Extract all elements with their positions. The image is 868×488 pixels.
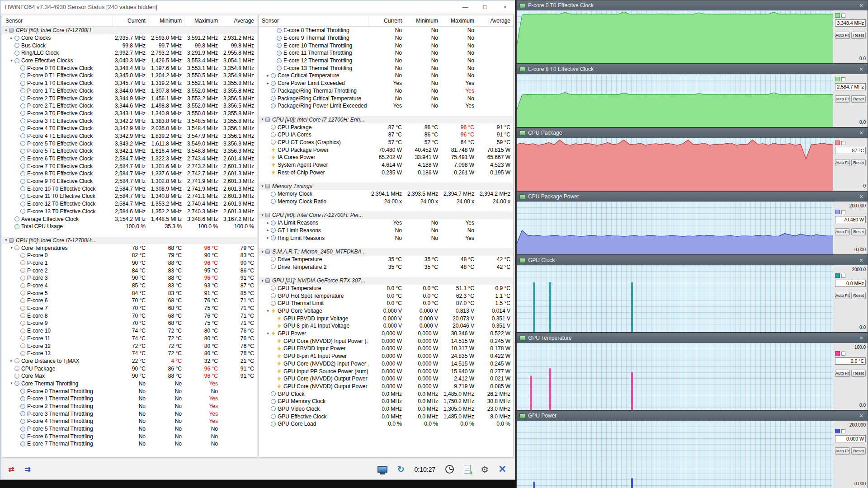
reset-button[interactable]: Reset — [851, 32, 866, 39]
sensor-row[interactable]: E-core 9 T0 Effective Clock2,584.7 MHz1,… — [2, 178, 257, 185]
expand-arrow-icon[interactable]: ▸ — [9, 36, 14, 40]
auto-fit-button[interactable]: Auto Fit — [835, 32, 850, 39]
collapse-arrow-icon[interactable]: ▾ — [3, 28, 9, 33]
titlebar[interactable]: HWiNFO64 v7.34-4930 Sensor Status [240 v… — [0, 0, 515, 14]
monitor-icon-button[interactable] — [377, 466, 387, 473]
sensor-row[interactable]: P-core 2 Thermal ThrottlingNoNoYes — [2, 403, 257, 410]
column-header-sensor[interactable]: Sensor — [259, 18, 368, 24]
sensor-row[interactable]: E-core 670 °C68 °C76 °C71 °C — [2, 297, 257, 305]
legend-checkbox[interactable] — [841, 210, 845, 214]
sensor-row[interactable]: Core Max90 °C88 °C96 °C91 °C — [2, 372, 257, 380]
sensor-row[interactable]: GPU Effective Clock0.0 MHz0.0 MHz1,485.0… — [259, 413, 513, 420]
graph-titlebar[interactable]: GPU Temperature× — [517, 333, 868, 343]
graph-titlebar[interactable]: GPU Power× — [517, 411, 868, 421]
expand-arrow-icon[interactable]: ▸ — [265, 236, 271, 240]
sensor-row[interactable]: GPU Core (NVVDD2) Input Power ...0.000 W… — [259, 360, 513, 368]
sensor-row[interactable]: CPU Package87 °C86 °C96 °C91 °C — [259, 123, 513, 131]
legend-checkbox[interactable] — [841, 274, 845, 278]
sensor-row[interactable]: P-core 190 °C88 °C96 °C90 °C — [2, 259, 257, 267]
sensor-row[interactable]: E-core 970 °C68 °C75 °C71 °C — [2, 319, 257, 327]
auto-fit-button[interactable]: Auto Fit — [835, 292, 850, 299]
sensor-section-row[interactable]: ▾CPU [#0]: Intel Core i7-12700H — [2, 27, 257, 34]
legend-color-swatch[interactable] — [835, 141, 840, 145]
reset-button[interactable]: Reset — [851, 159, 866, 166]
close-icon[interactable]: × — [858, 413, 865, 419]
sensor-row[interactable]: P-core 3 Thermal ThrottlingNoNoYes — [2, 410, 257, 418]
sensor-row[interactable]: E-core 12 Thermal ThrottlingNoNoNo — [259, 57, 513, 65]
sensor-row[interactable]: E-core 7 T0 Effective Clock2,584.7 MHz1,… — [2, 162, 257, 170]
sensor-row[interactable]: ▾GPU Power0.000 W0.000 W30.346 W0.522 W — [259, 330, 513, 338]
sensor-row[interactable]: E-core 9 Thermal ThrottlingNoNoNo — [259, 34, 513, 42]
sensor-row[interactable]: E-core 13 Thermal ThrottlingNoNoNo — [259, 64, 513, 72]
sensor-row[interactable]: Ring/LLC Clock2,992.7 MHz2,793.2 MHz3,29… — [2, 49, 257, 57]
expand-arrow-icon[interactable]: ▸ — [265, 74, 271, 78]
sensor-row[interactable]: GPU FBVDD Input Voltage0.000 V0.000 V20.… — [259, 314, 513, 322]
sensor-row[interactable]: CPU Package90 °C86 °C96 °C91 °C — [2, 365, 257, 372]
sensor-row[interactable]: GPU Hot Spot Temperature0.0 °C0.0 °C62.3… — [259, 292, 513, 300]
sensor-row[interactable]: ▸Core Power Limit ExceededYesNoYes — [259, 80, 513, 87]
sensor-row[interactable]: GPU Core (NVVDD) Input Power (...0.000 W… — [259, 337, 513, 345]
sensor-row[interactable]: Bus Clock99.8 MHz99.7 MHz99.8 MHz99.8 MH… — [2, 42, 257, 49]
sensor-section-row[interactable]: ▾CPU [#0]: Intel Core i7-12700H: Enh... — [259, 116, 513, 124]
sensor-section-row[interactable]: ▾S.M.A.R.T.: Micron_2450_MTFDKBA... — [259, 248, 513, 256]
legend-checkbox[interactable] — [841, 352, 845, 356]
close-icon[interactable]: × — [858, 193, 865, 200]
sensor-row[interactable]: P-core 584 °C83 °C91 °C85 °C — [2, 289, 257, 297]
graph-titlebar[interactable]: CPU Package× — [517, 128, 868, 138]
sensor-row[interactable]: P-core 0 Thermal ThrottlingNoNoNo — [2, 387, 257, 395]
column-header-sensor[interactable]: Sensor — [2, 18, 112, 24]
sensor-row[interactable]: Memory Clock2,394.1 MHz2,393.5 MHz2,394.… — [259, 190, 513, 198]
close-button[interactable]: × — [495, 0, 515, 14]
sensor-row[interactable]: P-core 485 °C83 °C93 °C87 °C — [2, 282, 257, 290]
sensor-row[interactable]: GPU FBVDD Input Power0.000 W0.000 W10.31… — [259, 345, 513, 352]
sensor-section-row[interactable]: ▾Memory Timings — [259, 183, 513, 190]
collapse-arrow-icon[interactable]: ▾ — [9, 59, 14, 63]
sensor-row[interactable]: P-core 2 T1 Effective Clock3,344.6 MHz1,… — [2, 102, 257, 110]
sensor-row[interactable]: ▸Core Distance to TjMAX22 °C4 °C32 °C21 … — [2, 357, 257, 365]
sensor-section-row[interactable]: ▾GPU [#1]: NVIDIA GeForce RTX 307... — [259, 277, 513, 285]
sensor-row[interactable]: GPU Core Load0.0 %0.0 %0.0 %0.0 % — [259, 420, 513, 428]
reset-button[interactable]: Reset — [851, 447, 866, 455]
collapse-arrow-icon[interactable]: ▾ — [259, 279, 265, 283]
minimize-button[interactable]: — — [455, 0, 475, 14]
sensor-row[interactable]: P-core 4 T0 Effective Clock3,342.9 MHz2,… — [2, 125, 257, 132]
graph-titlebar[interactable]: P-core 0 T0 Effective Clock× — [517, 0, 868, 10]
sensor-row[interactable]: P-core 1 Thermal ThrottlingNoNoYes — [2, 395, 257, 403]
sensor-row[interactable]: P-core 284 °C83 °C95 °C86 °C — [2, 267, 257, 274]
sensor-row[interactable]: E-core 11 T0 Effective Clock2,584.7 MHz1… — [2, 192, 257, 200]
sensor-row[interactable]: E-core 870 °C68 °C76 °C71 °C — [2, 312, 257, 319]
sensor-row[interactable]: Total CPU Usage100.0 %35.3 %100.0 %100.0… — [2, 223, 257, 230]
close-sensors-button[interactable]: × — [499, 463, 506, 475]
reset-button[interactable]: Reset — [851, 95, 866, 103]
column-header-average[interactable]: Average — [221, 15, 257, 26]
sensor-row[interactable]: Drive Temperature35 °C35 °C48 °C42 °C — [259, 256, 513, 263]
sensor-row[interactable]: GPU Core (NVVDD) Output Power0.000 W0.00… — [259, 375, 513, 383]
close-icon[interactable]: × — [858, 66, 865, 72]
sensor-row[interactable]: CPU Package Power70.480 W40.452 W81.748 … — [259, 146, 513, 154]
sensor-row[interactable]: CPU IA Cores87 °C86 °C96 °C91 °C — [259, 131, 513, 139]
column-header-minimum[interactable]: Minimum — [148, 15, 184, 26]
sensor-row[interactable]: E-core 1174 °C72 °C80 °C76 °C — [2, 335, 257, 343]
sensor-row[interactable]: Package/Ring Power Limit ExceededYesNoYe… — [259, 102, 513, 110]
sensor-row[interactable]: CPU GT Cores (Graphics)57 °C57 °C64 °C59… — [259, 139, 513, 146]
settings-gear-button[interactable]: ⚙ — [481, 465, 489, 474]
sensor-row[interactable]: E-core 1074 °C72 °C80 °C76 °C — [2, 327, 257, 335]
sensor-row[interactable]: Rest-of-Chip Power0.235 W0.186 W0.261 W0… — [259, 169, 513, 176]
reset-button[interactable]: Reset — [851, 370, 866, 377]
column-header-maximum[interactable]: Maximum — [184, 15, 221, 26]
sensor-row[interactable]: E-core 8 Thermal ThrottlingNoNoNo — [259, 27, 513, 34]
auto-fit-button[interactable]: Auto Fit — [835, 159, 850, 166]
legend-checkbox[interactable] — [841, 14, 845, 18]
sensor-row[interactable]: GPU Core (NVVDD) Output Power0.000 W0.00… — [259, 383, 513, 390]
report-icon-button[interactable] — [464, 465, 471, 474]
sensor-row[interactable]: P-core 4 T1 Effective Clock3,342.9 MHz1,… — [2, 132, 257, 140]
legend-color-swatch[interactable] — [835, 13, 840, 18]
sensor-row[interactable]: GPU Memory Clock0.0 MHz0.0 MHz1,750.2 MH… — [259, 398, 513, 405]
column-header-minimum[interactable]: Minimum — [405, 15, 441, 26]
sensor-row[interactable]: ▸IA Limit ReasonsYesNoYes — [259, 219, 513, 227]
legend-color-swatch[interactable] — [835, 210, 840, 214]
expand-arrow-icon[interactable]: ▸ — [265, 228, 271, 232]
expand-arrow-icon[interactable]: ▸ — [265, 81, 271, 85]
reset-button[interactable]: Reset — [851, 292, 866, 299]
legend-color-swatch[interactable] — [835, 77, 840, 81]
